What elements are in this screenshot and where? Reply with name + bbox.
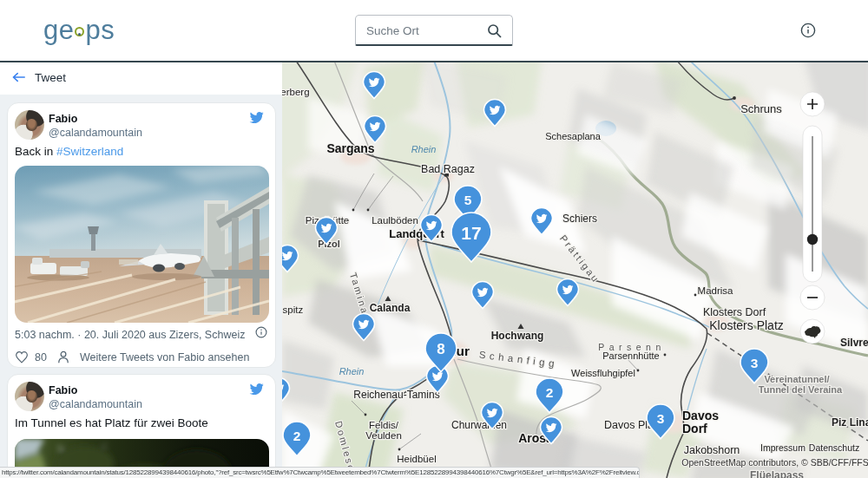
svg-text:Bad Ragaz: Bad Ragaz [421, 163, 475, 175]
svg-text:Tunnel del Veraina: Tunnel del Veraina [759, 384, 843, 395]
svg-text:Datenschutz: Datenschutz [809, 442, 859, 453]
svg-text:Laulböden: Laulböden [372, 215, 418, 226]
svg-text:Veulden: Veulden [365, 430, 402, 441]
svg-text:Jakobshorn: Jakobshorn [684, 444, 740, 456]
svg-text:Silvretta: Silvretta [840, 337, 868, 349]
svg-text:Flüelapass: Flüelapass [750, 469, 804, 478]
svg-text:Impressum: Impressum [760, 442, 806, 453]
svg-text:5: 5 [464, 193, 472, 207]
svg-text:Flumserberg: Flumserberg [282, 87, 310, 97]
svg-text:Schiers: Schiers [562, 213, 597, 225]
svg-text:Madrisa: Madrisa [698, 285, 734, 296]
svg-text:Weissfluhgipfel: Weissfluhgipfel [571, 368, 635, 378]
svg-text:3: 3 [751, 356, 759, 370]
svg-text:OpenStreetMap contributors, ©: OpenStreetMap contributors, © SBB/CFF/FF… [681, 457, 868, 468]
svg-text:Sargans: Sargans [326, 141, 374, 155]
svg-text:Rhein: Rhein [339, 366, 365, 377]
svg-text:17: 17 [461, 223, 481, 243]
svg-text:Davos: Davos [682, 409, 719, 422]
svg-text:Klosters Platz: Klosters Platz [709, 318, 784, 332]
svg-text:Schruns: Schruns [740, 102, 782, 115]
svg-text:Dorf: Dorf [682, 422, 707, 435]
svg-text:Reichenau-Tamins: Reichenau-Tamins [353, 389, 439, 401]
svg-text:Heidbüel: Heidbüel [397, 454, 436, 464]
svg-text:Rhein: Rhein [411, 144, 437, 154]
svg-text:Calanda: Calanda [370, 302, 411, 314]
svg-text:Parsennhütte: Parsennhütte [602, 350, 659, 361]
svg-text:2: 2 [293, 429, 301, 443]
svg-text:Klosters Dorf: Klosters Dorf [703, 306, 766, 318]
svg-text:Feldis/: Feldis/ [369, 420, 399, 430]
svg-text:Piz Linard: Piz Linard [832, 416, 868, 429]
svg-text:2: 2 [546, 385, 554, 400]
svg-text:Vereinatunnel/: Vereinatunnel/ [764, 374, 829, 384]
svg-text:3: 3 [657, 411, 665, 426]
svg-text:Ringelspitz: Ringelspitz [282, 304, 303, 315]
svg-text:8: 8 [437, 341, 444, 357]
svg-text:Hochwang: Hochwang [491, 330, 544, 342]
svg-text:Schesaplana: Schesaplana [545, 131, 601, 141]
